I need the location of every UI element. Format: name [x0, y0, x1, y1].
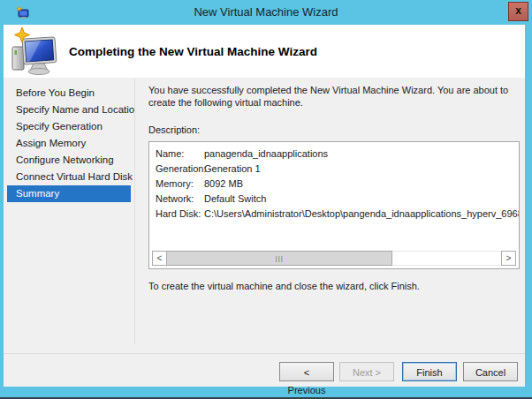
wizard-header: Completing the New Virtual Machine Wizar… — [4, 25, 525, 78]
row-value: Generation 1 — [204, 162, 519, 177]
sidebar-item-specify-generation[interactable]: Specify Generation — [4, 118, 134, 135]
sidebar-item-before-you-begin[interactable]: Before You Begin — [4, 85, 134, 102]
summary-row-name: Name: panagenda_idnaapplications — [149, 147, 519, 162]
row-label: Name: — [156, 147, 204, 162]
new-vm-icon — [10, 26, 61, 76]
next-button: Next > — [339, 362, 394, 381]
row-value: panagenda_idnaapplications — [204, 147, 519, 162]
title-bar: New Virtual Machine Wizard x — [0, 0, 532, 25]
summary-row-generation: Generation: Generation 1 — [149, 162, 519, 177]
scrollbar-thumb[interactable]: ||| — [167, 251, 392, 266]
window-title: New Virtual Machine Wizard — [0, 0, 532, 25]
scrollbar-track[interactable] — [392, 251, 501, 266]
description-label: Description: — [148, 124, 525, 135]
previous-button[interactable]: < Previous — [279, 362, 334, 381]
row-value: C:\Users\Administrator\Desktop\pangenda_… — [204, 207, 519, 222]
summary-row-network: Network: Default Switch — [149, 192, 519, 207]
summary-row-hard-disk: Hard Disk: C:\Users\Administrator\Deskto… — [149, 207, 519, 222]
button-row-separator — [4, 353, 525, 354]
row-label: Memory: — [156, 177, 204, 192]
vm-summary-box: Name: panagenda_idnaapplications Generat… — [148, 141, 520, 269]
finish-button[interactable]: Finish — [402, 362, 457, 381]
row-label: Network: — [156, 192, 204, 207]
scroll-right-arrow-icon[interactable]: > — [501, 251, 516, 266]
finish-hint-text: To create the virtual machine and close … — [148, 281, 525, 291]
row-value: Default Switch — [204, 192, 519, 207]
sidebar-item-specify-name-location[interactable]: Specify Name and Location — [4, 102, 134, 118]
cancel-button[interactable]: Cancel — [463, 362, 518, 381]
sidebar-item-summary[interactable]: Summary — [7, 185, 131, 202]
scroll-left-arrow-icon[interactable]: < — [152, 251, 167, 266]
sidebar-item-assign-memory[interactable]: Assign Memory — [4, 135, 134, 152]
row-label: Generation: — [156, 162, 204, 177]
horizontal-scrollbar: < ||| > — [152, 251, 516, 266]
client-area: Completing the New Virtual Machine Wizar… — [4, 25, 525, 387]
close-button[interactable]: x — [508, 2, 528, 21]
wizard-window: New Virtual Machine Wizard x — [0, 0, 532, 399]
page-title: Completing the New Virtual Machine Wizar… — [69, 25, 317, 78]
sidebar-item-configure-networking[interactable]: Configure Networking — [4, 152, 134, 169]
row-label: Hard Disk: — [156, 207, 204, 222]
sidebar-item-connect-virtual-hard-disk[interactable]: Connect Virtual Hard Disk — [4, 169, 134, 185]
row-value: 8092 MB — [204, 177, 519, 192]
sidebar-divider — [134, 78, 135, 344]
summary-row-memory: Memory: 8092 MB — [149, 177, 519, 192]
wizard-steps-sidebar: Before You Begin Specify Name and Locati… — [4, 85, 134, 202]
summary-content: You have successfully completed the New … — [148, 78, 525, 291]
intro-text: You have successfully completed the New … — [148, 84, 525, 109]
